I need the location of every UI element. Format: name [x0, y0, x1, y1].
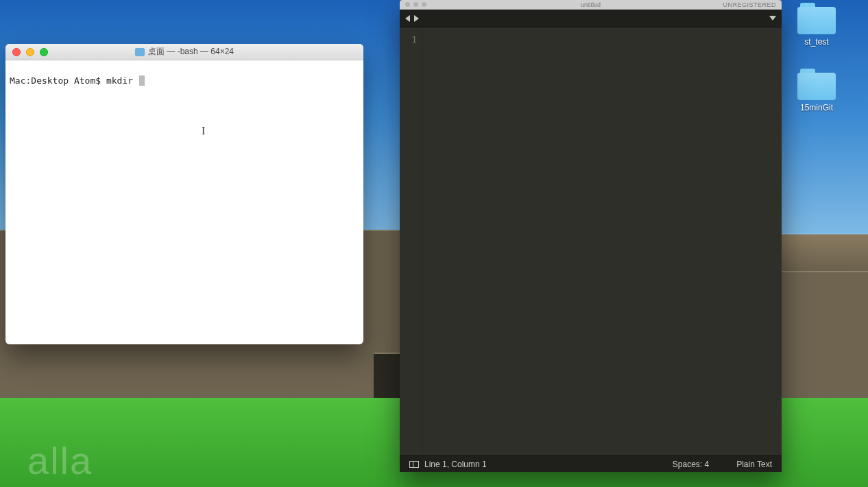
terminal-body[interactable]: Mac:Desktop Atom$ mkdir I [5, 60, 363, 344]
status-syntax[interactable]: Plain Text [736, 460, 772, 469]
editor-code-area[interactable] [423, 27, 782, 455]
minimize-button[interactable] [26, 48, 34, 56]
editor-titlebar[interactable]: untitled UNREGISTERED [400, 0, 782, 10]
folder-icon [797, 3, 836, 34]
desktop[interactable]: alla st_test 15minGit 桌面 — -bash — 64×24… [0, 0, 868, 487]
terminal-prompt-line: Mac:Desktop Atom$ mkdir [10, 75, 138, 86]
wallpaper-castle [778, 271, 868, 408]
gutter-line-number: 1 [400, 34, 417, 45]
terminal-title-text: 桌面 — -bash — 64×24 [148, 46, 234, 58]
close-button[interactable] [12, 48, 21, 56]
editor-main: 1 [400, 27, 782, 455]
folder-icon [135, 48, 145, 56]
panel-toggle-icon[interactable] [409, 461, 419, 468]
terminal-window[interactable]: 桌面 — -bash — 64×24 Mac:Desktop Atom$ mkd… [5, 44, 363, 344]
terminal-title: 桌面 — -bash — 64×24 [5, 46, 363, 58]
folder-icon [797, 69, 836, 100]
editor-window[interactable]: untitled UNREGISTERED 1 Line 1, Column 1… [400, 0, 782, 472]
nav-forward-icon[interactable] [414, 15, 419, 22]
tab-menu-icon[interactable] [769, 16, 776, 21]
zoom-button[interactable] [40, 48, 48, 56]
wallpaper-watermark: alla [27, 438, 93, 483]
minimize-button[interactable] [413, 2, 418, 7]
status-position[interactable]: Line 1, Column 1 [424, 460, 487, 469]
close-button[interactable] [405, 2, 410, 7]
editor-gutter: 1 [400, 27, 423, 455]
desktop-folder-st-test[interactable]: st_test [787, 3, 846, 47]
editor-registration: UNREGISTERED [723, 1, 776, 8]
zoom-button[interactable] [422, 2, 426, 7]
desktop-folder-15mingit[interactable]: 15minGit [787, 69, 846, 112]
terminal-cursor [139, 75, 145, 86]
status-indent[interactable]: Spaces: 4 [673, 460, 709, 469]
text-caret-icon: I [202, 125, 205, 136]
window-controls [400, 2, 426, 7]
terminal-titlebar[interactable]: 桌面 — -bash — 64×24 [5, 44, 363, 60]
nav-back-icon[interactable] [405, 15, 410, 22]
nav-arrows [405, 15, 419, 22]
folder-label: 15minGit [787, 103, 846, 112]
folder-label: st_test [787, 37, 846, 47]
editor-tabbar[interactable] [400, 10, 782, 27]
editor-statusbar: Line 1, Column 1 Spaces: 4 Plain Text [400, 455, 782, 472]
window-controls [5, 48, 48, 56]
